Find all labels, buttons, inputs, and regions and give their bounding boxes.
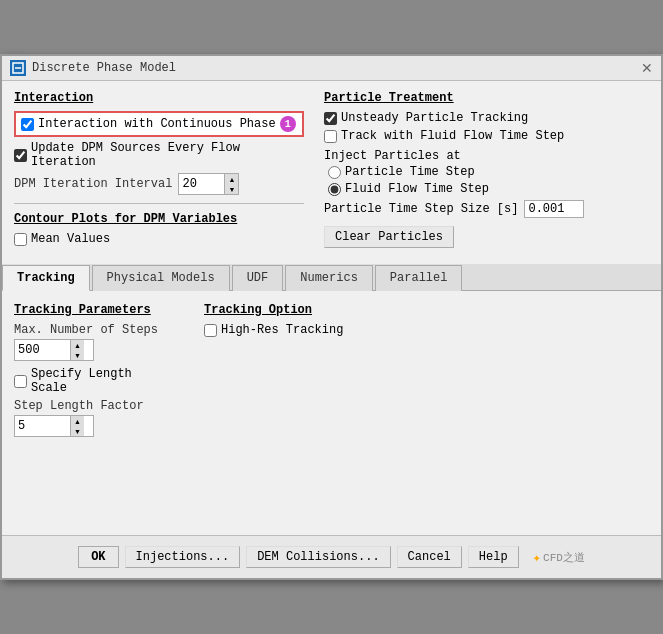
dpm-interval-buttons: ▲ ▼ bbox=[224, 174, 238, 194]
step-length-buttons: ▲ ▼ bbox=[70, 416, 84, 436]
time-step-size-input[interactable] bbox=[524, 200, 584, 218]
watermark-text: CFD之道 bbox=[543, 550, 585, 565]
high-res-checkbox[interactable] bbox=[204, 324, 217, 337]
dpm-interval-row: DPM Iteration Interval ▲ ▼ bbox=[14, 173, 304, 195]
high-res-row: High-Res Tracking bbox=[204, 323, 649, 337]
interaction-label: Interaction bbox=[14, 91, 304, 105]
tab-physical-models[interactable]: Physical Models bbox=[92, 265, 230, 291]
track-fluid-row: Track with Fluid Flow Time Step bbox=[324, 129, 649, 143]
fluid-flow-time-step-label: Fluid Flow Time Step bbox=[345, 182, 489, 196]
ok-button[interactable]: OK bbox=[78, 546, 118, 568]
inject-radio-group: Particle Time Step Fluid Flow Time Step bbox=[328, 165, 649, 196]
tracking-params-label: Tracking Parameters bbox=[14, 303, 174, 317]
specify-length-checkbox[interactable] bbox=[14, 375, 27, 388]
content-spacer bbox=[2, 455, 661, 535]
max-steps-spinner: ▲ ▼ bbox=[14, 339, 94, 361]
dpm-interval-input[interactable] bbox=[179, 174, 224, 194]
dpm-interval-spinner: ▲ ▼ bbox=[178, 173, 239, 195]
max-steps-label: Max. Number of Steps bbox=[14, 323, 174, 337]
left-panel: Interaction Interaction with Continuous … bbox=[14, 91, 304, 250]
tabs-bar: Tracking Physical Models UDF Numerics Pa… bbox=[2, 264, 661, 291]
right-panel: Particle Treatment Unsteady Particle Tra… bbox=[324, 91, 649, 250]
step-length-up[interactable]: ▲ bbox=[70, 416, 84, 426]
step-length-input[interactable] bbox=[15, 416, 70, 436]
fluid-flow-time-step-row: Fluid Flow Time Step bbox=[328, 182, 649, 196]
dpm-interval-up[interactable]: ▲ bbox=[224, 174, 238, 184]
particle-treatment-section: Particle Treatment Unsteady Particle Tra… bbox=[324, 91, 649, 248]
titlebar-left: Discrete Phase Model bbox=[10, 60, 176, 76]
unsteady-tracking-row: Unsteady Particle Tracking bbox=[324, 111, 649, 125]
injections-button[interactable]: Injections... bbox=[125, 546, 241, 568]
fluid-flow-time-step-radio[interactable] bbox=[328, 183, 341, 196]
track-fluid-label: Track with Fluid Flow Time Step bbox=[341, 129, 564, 143]
contour-section: Contour Plots for DPM Variables Mean Val… bbox=[14, 212, 304, 246]
tab-tracking[interactable]: Tracking bbox=[2, 265, 90, 291]
tracking-option-panel: Tracking Option High-Res Tracking bbox=[204, 303, 649, 443]
max-steps-up[interactable]: ▲ bbox=[70, 340, 84, 350]
contour-label: Contour Plots for DPM Variables bbox=[14, 212, 304, 226]
max-steps-item: Max. Number of Steps ▲ ▼ bbox=[14, 323, 174, 361]
watermark: ✦ CFD之道 bbox=[533, 549, 585, 566]
titlebar: Discrete Phase Model ✕ bbox=[2, 56, 661, 81]
interaction-badge: 1 bbox=[280, 116, 296, 132]
interaction-section: Interaction Interaction with Continuous … bbox=[14, 91, 304, 195]
main-content: Interaction Interaction with Continuous … bbox=[2, 81, 661, 260]
unsteady-tracking-checkbox[interactable] bbox=[324, 112, 337, 125]
particle-time-step-label: Particle Time Step bbox=[345, 165, 475, 179]
specify-length-row: Specify Length Scale bbox=[14, 367, 174, 395]
help-button[interactable]: Help bbox=[468, 546, 519, 568]
time-step-size-label: Particle Time Step Size [s] bbox=[324, 202, 518, 216]
max-steps-input[interactable] bbox=[15, 340, 70, 360]
tab-udf[interactable]: UDF bbox=[232, 265, 284, 291]
tab-numerics[interactable]: Numerics bbox=[285, 265, 373, 291]
tab-parallel[interactable]: Parallel bbox=[375, 265, 463, 291]
step-length-spinner: ▲ ▼ bbox=[14, 415, 94, 437]
app-icon bbox=[10, 60, 26, 76]
unsteady-tracking-label: Unsteady Particle Tracking bbox=[341, 111, 528, 125]
tab-content: Tracking Parameters Max. Number of Steps… bbox=[2, 291, 661, 455]
mean-values-label: Mean Values bbox=[31, 232, 110, 246]
track-fluid-checkbox[interactable] bbox=[324, 130, 337, 143]
cancel-button[interactable]: Cancel bbox=[397, 546, 462, 568]
step-length-label: Step Length Factor bbox=[14, 399, 174, 413]
mean-values-row: Mean Values bbox=[14, 232, 304, 246]
particle-time-step-row: Particle Time Step bbox=[328, 165, 649, 179]
dpm-interval-down[interactable]: ▼ bbox=[224, 184, 238, 194]
update-dpm-label: Update DPM Sources Every Flow Iteration bbox=[31, 141, 304, 169]
interaction-checkbox-label: Interaction with Continuous Phase bbox=[38, 117, 276, 131]
inject-label: Inject Particles at bbox=[324, 149, 649, 163]
clear-particles-button[interactable]: Clear Particles bbox=[324, 226, 454, 248]
max-steps-down[interactable]: ▼ bbox=[70, 350, 84, 360]
main-window: Discrete Phase Model ✕ Interaction Inter… bbox=[0, 54, 663, 580]
specify-length-label: Specify Length Scale bbox=[31, 367, 174, 395]
dem-collisions-button[interactable]: DEM Collisions... bbox=[246, 546, 390, 568]
close-button[interactable]: ✕ bbox=[641, 61, 653, 75]
window-title: Discrete Phase Model bbox=[32, 61, 176, 75]
time-step-size-row: Particle Time Step Size [s] bbox=[324, 200, 649, 218]
update-dpm-checkbox[interactable] bbox=[14, 149, 27, 162]
bottom-buttons: OK Injections... DEM Collisions... Cance… bbox=[2, 535, 661, 578]
interaction-checkbox-box: Interaction with Continuous Phase 1 bbox=[14, 111, 304, 137]
tracking-params-panel: Tracking Parameters Max. Number of Steps… bbox=[14, 303, 174, 443]
update-dpm-row: Update DPM Sources Every Flow Iteration bbox=[14, 141, 304, 169]
tracking-option-label: Tracking Option bbox=[204, 303, 649, 317]
mean-values-checkbox[interactable] bbox=[14, 233, 27, 246]
particle-time-step-radio[interactable] bbox=[328, 166, 341, 179]
particle-treatment-label: Particle Treatment bbox=[324, 91, 649, 105]
dpm-interval-label: DPM Iteration Interval bbox=[14, 177, 172, 191]
star-icon: ✦ bbox=[533, 549, 541, 566]
max-steps-buttons: ▲ ▼ bbox=[70, 340, 84, 360]
step-length-down[interactable]: ▼ bbox=[70, 426, 84, 436]
interaction-checkbox[interactable] bbox=[21, 118, 34, 131]
step-length-item: Step Length Factor ▲ ▼ bbox=[14, 399, 174, 437]
high-res-label: High-Res Tracking bbox=[221, 323, 343, 337]
